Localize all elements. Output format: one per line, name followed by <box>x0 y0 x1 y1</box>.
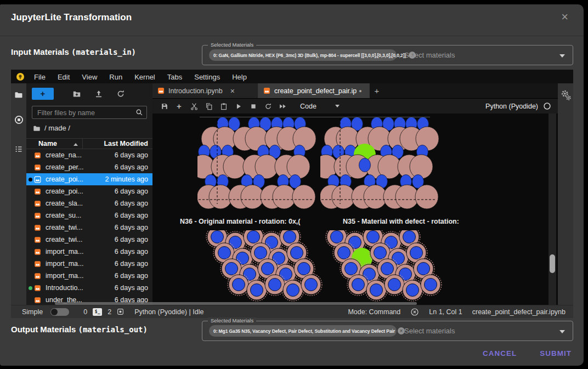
notebook-icon <box>34 176 41 183</box>
file-row[interactable]: create_per...6 days ago <box>26 161 152 173</box>
input-material-chip[interactable]: 0: GaN, Gallium Nitride, HEX (P6_3mc) 3D… <box>209 49 397 61</box>
file-row[interactable]: create_su...6 days ago <box>26 209 152 222</box>
file-name: create_poi... <box>46 175 83 183</box>
submit-button[interactable]: SUBMIT <box>536 349 575 358</box>
folder-icon <box>33 124 41 132</box>
notebook-icon <box>34 188 41 195</box>
restart-kernel-icon[interactable] <box>264 102 272 110</box>
new-tab-button[interactable]: + <box>370 83 384 98</box>
file-modified: 6 days ago <box>115 200 148 207</box>
property-inspector-gears-icon[interactable] <box>561 90 572 103</box>
stop-icon[interactable] <box>249 102 257 110</box>
kernel-status-icon[interactable] <box>543 102 551 110</box>
menu-help[interactable]: Help <box>226 73 253 81</box>
running-sessions-icon[interactable] <box>14 115 24 127</box>
tab-bar: Introduction.ipynb × create_point_defect… <box>152 83 558 99</box>
paste-icon[interactable] <box>219 102 228 110</box>
notebook-icon <box>34 224 41 231</box>
dialog-header: JupyterLite Transformation × <box>0 4 584 36</box>
close-tab-icon[interactable]: × <box>230 87 235 95</box>
add-cell-icon[interactable]: + <box>175 102 183 110</box>
upload-icon[interactable] <box>94 89 103 100</box>
menu-tabs[interactable]: Tabs <box>161 73 188 81</box>
terminals-count[interactable]: 0 <box>83 308 87 316</box>
menu-edit[interactable]: Edit <box>52 73 76 81</box>
file-list-header[interactable]: Name Last Modified <box>26 138 152 149</box>
chevron-down-icon[interactable] <box>559 330 565 333</box>
caption-defect: N35 - Material with defect - rotation: <box>343 218 459 225</box>
run-all-icon[interactable] <box>279 102 287 110</box>
simple-mode-label: Simple <box>22 308 43 316</box>
original-material-top-view <box>201 230 323 304</box>
file-row[interactable]: create_poi...6 days ago <box>26 185 152 197</box>
notebook-content[interactable]: N36 - Original material - rotation: 0x,(… <box>152 113 558 305</box>
file-row[interactable]: Introductio...6 days ago <box>26 282 152 294</box>
file-modified: 6 days ago <box>115 212 148 219</box>
menu-run[interactable]: Run <box>103 73 128 81</box>
refresh-icon[interactable] <box>116 89 125 100</box>
output-select-placeholder: Select materials <box>404 327 455 335</box>
selected-file-dot <box>29 178 32 181</box>
file-name: import_ma... <box>46 260 83 268</box>
scrollbar-thumb[interactable] <box>550 254 555 273</box>
menu-file[interactable]: File <box>28 73 52 81</box>
column-name[interactable]: Name <box>38 140 57 147</box>
close-icon[interactable]: × <box>561 10 568 24</box>
file-modified: 6 days ago <box>115 284 148 292</box>
kernels-count[interactable]: 2 <box>108 308 111 316</box>
menu-view[interactable]: View <box>76 73 103 81</box>
file-name: Introductio... <box>46 284 83 292</box>
file-row[interactable]: create_sla...6 days ago <box>26 197 152 209</box>
terminal-icon[interactable]: $_ <box>93 308 102 316</box>
cursor-position[interactable]: Ln 1, Col 1 <box>429 308 462 316</box>
file-row[interactable]: create_na...6 days ago <box>26 149 152 161</box>
output-material-chip[interactable]: 0: Mg1 Ga35 N35, Vacancy Defect, Pair De… <box>209 325 397 337</box>
cut-icon[interactable] <box>190 102 198 110</box>
file-row[interactable]: import_ma...6 days ago <box>26 258 152 270</box>
kernel-sessions-icon[interactable] <box>116 308 125 316</box>
menu-settings[interactable]: Settings <box>188 73 226 81</box>
right-sidebar-strip <box>558 83 573 305</box>
input-materials-select[interactable]: Selected Materials 0: GaN, Gallium Nitri… <box>202 45 573 65</box>
tab-create-point-defect-pair[interactable]: create_point_defect_pair.ip ● <box>258 83 370 98</box>
file-row[interactable]: create_twi...6 days ago <box>26 222 152 234</box>
file-row[interactable]: create_twi...6 days ago <box>26 234 152 246</box>
output-materials-select[interactable]: Selected Materials 0: Mg1 Ga35 N35, Vaca… <box>202 321 573 341</box>
simple-mode-toggle[interactable] <box>50 308 69 316</box>
notebook-icon <box>34 164 41 171</box>
table-of-contents-icon[interactable] <box>14 145 23 156</box>
save-icon[interactable] <box>160 102 168 110</box>
defect-material-side-view <box>320 117 441 212</box>
file-row[interactable]: create_poi...2 minutes ago <box>26 173 152 185</box>
file-modified: 6 days ago <box>115 236 148 243</box>
run-icon[interactable] <box>234 102 242 110</box>
cancel-button[interactable]: CANCEL <box>479 349 520 358</box>
notebook-icon <box>34 248 41 256</box>
file-name: create_per... <box>46 163 84 171</box>
chevron-down-icon[interactable] <box>559 54 565 58</box>
tab-introduction[interactable]: Introduction.ipynb × <box>152 83 258 98</box>
new-folder-icon[interactable] <box>72 89 81 100</box>
file-name: create_su... <box>46 212 81 219</box>
output-select-legend: Selected Materials <box>208 317 256 323</box>
file-row[interactable]: import_ma...6 days ago <box>26 246 152 258</box>
kernel-name[interactable]: Python (Pyodide) <box>485 103 538 110</box>
filter-files-input[interactable] <box>36 107 132 119</box>
statusbar-filename[interactable]: create_point_defect_pair.ipynb <box>472 308 566 316</box>
notebook-scrollbar[interactable] <box>549 113 556 305</box>
copy-icon[interactable] <box>205 102 213 110</box>
search-icon <box>135 109 143 118</box>
menu-kernel[interactable]: Kernel <box>128 73 161 81</box>
breadcrumb[interactable]: / made / <box>33 124 70 132</box>
file-row[interactable]: import_ma...6 days ago <box>26 270 152 282</box>
trust-shield-icon[interactable] <box>410 308 419 316</box>
file-browser-icon[interactable] <box>14 90 23 101</box>
cell-type-dropdown[interactable]: Code <box>300 103 316 110</box>
kernel-status-text[interactable]: Python (Pyodide) | Idle <box>134 308 203 316</box>
mode-indicator[interactable]: Mode: Command <box>348 308 400 316</box>
file-name: create_twi... <box>46 224 82 231</box>
chevron-down-icon[interactable] <box>335 105 340 107</box>
new-launcher-button[interactable]: + <box>32 88 54 100</box>
notebook-icon <box>34 285 41 292</box>
column-last-modified[interactable]: Last Modified <box>104 140 148 147</box>
